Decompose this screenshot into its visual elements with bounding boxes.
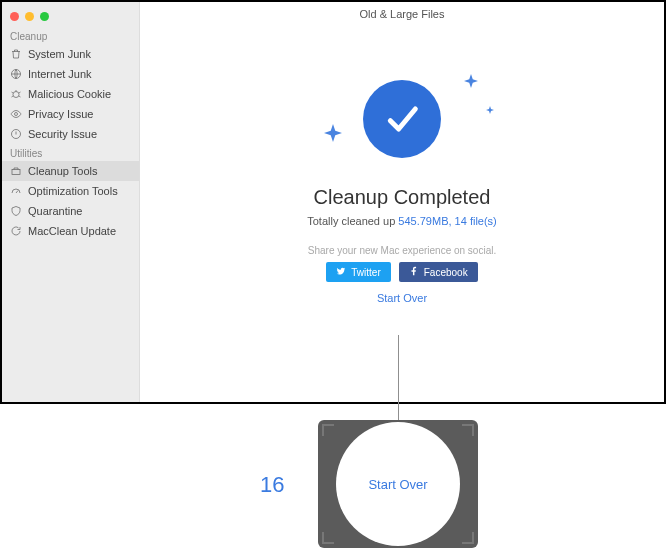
sidebar-item-label: Security Issue: [28, 128, 97, 140]
sidebar-item-label: System Junk: [28, 48, 91, 60]
callout-connector: [398, 335, 399, 425]
sidebar-item-label: MacClean Update: [28, 225, 116, 237]
app-window: Cleanup System Junk Internet Junk Malici…: [0, 0, 666, 404]
zoom-window-button[interactable]: [40, 12, 49, 21]
toolbox-icon: [10, 165, 22, 177]
crop-corner-icon: [462, 424, 474, 436]
result-hero: Cleanup Completed Totally cleaned up 545…: [302, 64, 502, 304]
sidebar-item-label: Quarantine: [28, 205, 82, 217]
sidebar-item-label: Cleanup Tools: [28, 165, 98, 177]
sidebar-item-system-junk[interactable]: System Junk: [2, 44, 139, 64]
checkmark-badge-icon: [363, 80, 441, 158]
share-prompt: Share your new Mac experience on social.: [308, 245, 496, 256]
shield-icon: [10, 205, 22, 217]
sidebar-section-utilities: Utilities: [2, 144, 139, 161]
refresh-icon: [10, 225, 22, 237]
sidebar-item-privacy-issue[interactable]: Privacy Issue: [2, 104, 139, 124]
svg-point-2: [15, 113, 18, 116]
sparkle-icon: [464, 74, 478, 88]
sidebar-item-quarantine[interactable]: Quarantine: [2, 201, 139, 221]
gauge-icon: [10, 185, 22, 197]
sparkle-icon: [324, 124, 342, 142]
facebook-icon: [409, 266, 419, 278]
sidebar-item-cleanup-tools[interactable]: Cleanup Tools: [2, 161, 139, 181]
sidebar-item-security-issue[interactable]: Security Issue: [2, 124, 139, 144]
close-window-button[interactable]: [10, 12, 19, 21]
sidebar-section-cleanup: Cleanup: [2, 27, 139, 44]
sparkle-icon: [486, 100, 494, 108]
minimize-window-button[interactable]: [25, 12, 34, 21]
twitter-icon: [336, 266, 346, 278]
svg-point-1: [13, 92, 19, 98]
globe-icon: [10, 68, 22, 80]
share-facebook-button[interactable]: Facebook: [399, 262, 478, 282]
sidebar-item-optimization-tools[interactable]: Optimization Tools: [2, 181, 139, 201]
svg-rect-4: [12, 170, 20, 175]
crop-corner-icon: [322, 532, 334, 544]
callout-number: 16: [260, 472, 284, 498]
result-stat: 545.79MB, 14 file(s): [398, 215, 496, 227]
result-subline: Totally cleaned up 545.79MB, 14 file(s): [307, 215, 497, 227]
sidebar-item-label: Privacy Issue: [28, 108, 93, 120]
eye-icon: [10, 108, 22, 120]
success-graphic: [302, 64, 502, 174]
bug-icon: [10, 88, 22, 100]
magnifier-lens: Start Over: [336, 422, 460, 546]
share-buttons: Twitter Facebook: [326, 262, 477, 282]
share-twitter-button[interactable]: Twitter: [326, 262, 390, 282]
start-over-link[interactable]: Start Over: [377, 292, 427, 304]
callout-label: Start Over: [368, 477, 427, 492]
window-controls: [2, 8, 139, 27]
crop-corner-icon: [462, 532, 474, 544]
sidebar-item-label: Internet Junk: [28, 68, 92, 80]
main-content: Old & Large Files Cleanup Completed Tota…: [140, 2, 664, 402]
callout-magnifier: Start Over: [318, 420, 478, 548]
sidebar-item-label: Malicious Cookie: [28, 88, 111, 100]
sidebar-item-malicious-cookie[interactable]: Malicious Cookie: [2, 84, 139, 104]
sidebar-item-label: Optimization Tools: [28, 185, 118, 197]
trash-icon: [10, 48, 22, 60]
sidebar-item-macclean-update[interactable]: MacClean Update: [2, 221, 139, 241]
result-subline-prefix: Totally cleaned up: [307, 215, 398, 227]
share-facebook-label: Facebook: [424, 267, 468, 278]
sidebar-item-internet-junk[interactable]: Internet Junk: [2, 64, 139, 84]
result-headline: Cleanup Completed: [314, 186, 491, 209]
crop-corner-icon: [322, 424, 334, 436]
share-twitter-label: Twitter: [351, 267, 380, 278]
alert-icon: [10, 128, 22, 140]
sidebar: Cleanup System Junk Internet Junk Malici…: [2, 2, 140, 402]
page-title: Old & Large Files: [140, 2, 664, 26]
